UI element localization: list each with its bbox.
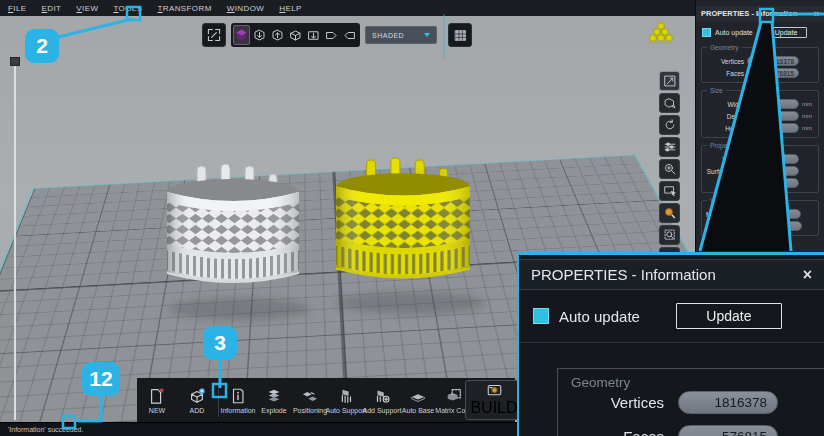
- weight-field: [747, 178, 799, 188]
- information-icon: [229, 387, 247, 405]
- popup-faces-value: 576815: [722, 429, 767, 436]
- app-logo: [640, 16, 682, 56]
- back-view-button[interactable]: [305, 25, 322, 45]
- menu-help[interactable]: HELP: [279, 4, 302, 13]
- matrix-copy-icon: [445, 387, 463, 405]
- popup-auto-update-label: Auto update: [559, 308, 640, 325]
- toolbar-separator: [218, 383, 219, 417]
- popup-auto-update-checkbox[interactable]: [533, 308, 549, 324]
- menu-edit[interactable]: EDIT: [42, 4, 62, 13]
- popup-separator: [519, 342, 824, 343]
- weight-label: Weight: [706, 180, 744, 187]
- build-button-inner: BUILD: [465, 380, 522, 420]
- sliders-icon: [663, 140, 677, 154]
- physical-properties-group: Properties Volume Surface area Weight: [701, 145, 819, 193]
- zoom-selected-button[interactable]: [659, 203, 680, 223]
- popup-vertices-label: Vertices: [572, 394, 664, 411]
- volume-field: [747, 154, 799, 164]
- display-settings-button[interactable]: [659, 137, 680, 157]
- vertices-label: Vertices: [706, 58, 744, 65]
- front-view-button[interactable]: [287, 25, 304, 45]
- positioning-button[interactable]: Positioning: [292, 378, 328, 422]
- bottom-view-button[interactable]: [269, 25, 286, 45]
- max-layer-count-row: Max layer count: [706, 208, 814, 220]
- platform-grid-toggle-button[interactable]: [448, 23, 472, 47]
- left-view-button[interactable]: [341, 25, 358, 45]
- depth-row: Depth mm: [706, 110, 814, 122]
- zoom-in-button[interactable]: [659, 159, 680, 179]
- callout-badge-2: 2: [25, 29, 59, 63]
- depth-label: Depth: [706, 113, 744, 120]
- bottom-view-icon: [270, 28, 285, 43]
- height-label: Height: [706, 125, 744, 132]
- width-row: Width mm: [706, 98, 814, 110]
- right-view-button[interactable]: [323, 25, 340, 45]
- information-button[interactable]: Information: [220, 378, 256, 422]
- properties-panel-titlebar: PROPERTIES - Information ×: [696, 6, 824, 21]
- add-support-button[interactable]: Add Support: [364, 378, 400, 422]
- menu-window[interactable]: WINDOW: [227, 4, 265, 13]
- iso-view-button[interactable]: [233, 25, 250, 45]
- fit-view-icon: [206, 27, 222, 43]
- menu-tools[interactable]: TOOLS: [113, 4, 142, 13]
- zoom-region-button[interactable]: [659, 225, 680, 245]
- zoom-selected-icon: [663, 206, 677, 220]
- average-thickness-label: Average thickness: [706, 223, 759, 230]
- max-layer-count-label: Max layer count: [706, 211, 752, 218]
- top-view-button[interactable]: [251, 25, 268, 45]
- status-message: 'Information' succeeded.: [8, 426, 83, 433]
- update-button[interactable]: Update: [765, 27, 808, 38]
- popup-close-icon[interactable]: ×: [803, 266, 812, 284]
- model-part-yellow-bracelet[interactable]: [330, 152, 476, 314]
- properties-popup-enlarged: PROPERTIES - Information × Auto update U…: [517, 252, 824, 436]
- popup-titlebar: PROPERTIES - Information ×: [519, 259, 824, 290]
- rotate-view-cube-icon: [663, 96, 677, 110]
- spin-view-button[interactable]: [659, 115, 680, 135]
- menu-view[interactable]: VIEW: [76, 4, 98, 13]
- auto-update-checkbox[interactable]: [702, 28, 711, 37]
- view-clip-slider-track: [14, 60, 16, 420]
- new-button[interactable]: NEW: [137, 378, 177, 422]
- zoom-region-icon: [663, 228, 677, 242]
- shading-mode-dropdown[interactable]: SHADED: [365, 26, 437, 44]
- zoom-toolbar: [659, 71, 680, 267]
- close-icon[interactable]: ×: [814, 9, 819, 19]
- build-icon: [486, 383, 503, 398]
- right-view-icon: [324, 28, 339, 43]
- popup-faces-field: 576815: [678, 425, 778, 436]
- weight-row: Weight: [706, 177, 814, 189]
- surface-area-field: [747, 166, 799, 176]
- add-button[interactable]: ADD: [177, 378, 217, 422]
- rotate-view-button[interactable]: [659, 93, 680, 113]
- volume-row: Volume: [706, 153, 814, 165]
- fit-to-screen-icon: [663, 74, 677, 88]
- auto-update-row: Auto update Update: [696, 23, 824, 41]
- width-unit: mm: [802, 101, 814, 107]
- popup-faces-row: Faces 576815: [572, 425, 824, 436]
- menu-transform[interactable]: TRANSFORM: [157, 4, 211, 13]
- zoom-window-button[interactable]: [659, 181, 680, 201]
- fit-view-button[interactable]: [202, 23, 226, 47]
- add-support-icon: [373, 387, 391, 405]
- rotate-arrow-icon: [663, 118, 677, 132]
- build-button[interactable]: BUILD: [475, 378, 513, 422]
- popup-vertices-value: 1816378: [714, 395, 767, 410]
- vertices-row: Vertices 1816378: [706, 55, 814, 67]
- vertices-value: 1816378: [769, 58, 794, 65]
- auto-support-button[interactable]: Auto Support: [328, 378, 364, 422]
- explode-button[interactable]: Explode: [256, 378, 292, 422]
- fit-to-screen-button[interactable]: [659, 71, 680, 91]
- auto-support-icon: [337, 387, 355, 405]
- positioning-icon: [301, 387, 319, 405]
- popup-faces-label: Faces: [572, 428, 664, 436]
- menu-file[interactable]: FILE: [8, 4, 27, 13]
- back-view-icon: [306, 28, 321, 43]
- height-unit: mm: [802, 125, 814, 131]
- model-part-white-bracelet[interactable]: [163, 158, 303, 318]
- view-clip-slider-handle[interactable]: [10, 57, 20, 66]
- geometry-group: Geometry Vertices 1816378 Faces 576815: [701, 47, 819, 83]
- auto-base-button[interactable]: Auto Base: [400, 378, 436, 422]
- max-layer-count-field: [755, 209, 801, 219]
- faces-value: 576815: [772, 70, 794, 77]
- popup-update-button[interactable]: Update: [676, 303, 782, 329]
